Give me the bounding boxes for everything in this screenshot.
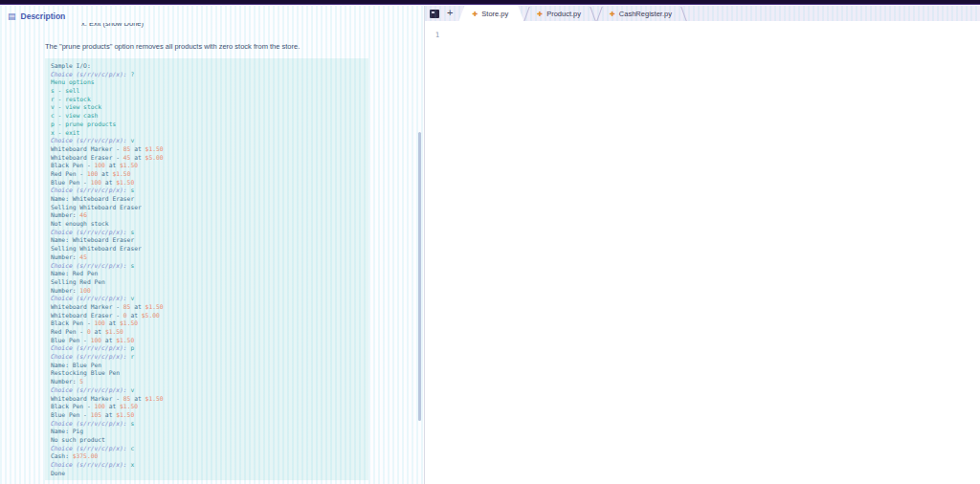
sample-io-line: r - restock xyxy=(51,96,363,104)
intro-paragraph: The "prune products" option removes all … xyxy=(45,42,370,51)
sample-io-line: Blue Pen - 100 at $1.50 xyxy=(51,179,363,187)
main-layout: ▤ Description x. Exit (show Done) The "p… xyxy=(0,6,980,484)
sample-io-line: Sample I/O: xyxy=(51,62,363,71)
sample-io-line: Selling Whiteboard Eraser xyxy=(51,204,363,212)
sample-io-block: Sample I/O:Choice (s/r/v/c/p/x): ?Menu o… xyxy=(45,58,368,480)
top-window-strip xyxy=(0,0,980,5)
sample-io-line: Blue Pen - 105 at $1.50 xyxy=(51,411,363,420)
line-number: 1 xyxy=(435,31,440,39)
sample-io-line: Selling Red Pen xyxy=(51,278,363,287)
python-file-icon: ✚ xyxy=(610,11,615,17)
sample-io-line: Whiteboard Marker - 85 at $1.50 xyxy=(51,303,363,312)
code-editor[interactable]: 1 xyxy=(425,21,980,484)
sample-io-line: Choice (s/r/v/c/p/x): s xyxy=(51,229,363,237)
description-icon: ▤ xyxy=(8,12,16,21)
sample-io-line: Choice (s/r/v/c/p/x): x xyxy=(51,461,363,470)
description-header: ▤ Description xyxy=(0,6,424,23)
sample-io-line: c - view cash xyxy=(51,112,363,121)
sample-io-line: Number: 45 xyxy=(51,253,363,262)
sample-io-line: Choice (s/r/v/c/p/x): s xyxy=(51,262,363,271)
code-area[interactable] xyxy=(450,21,980,484)
sample-io-line: Black Pen - 100 at $1.50 xyxy=(51,403,363,411)
sample-io-line: Number: 46 xyxy=(51,211,363,220)
line-number-gutter: 1 xyxy=(425,21,450,41)
console-toggle-icon[interactable] xyxy=(430,10,439,18)
sample-io-line: Choice (s/r/v/c/p/x): ? xyxy=(51,71,363,79)
clipped-list-item: x. Exit (show Done) xyxy=(81,23,424,28)
sample-io-line: Name: Blue Pen xyxy=(51,362,363,370)
sample-io-line: x - exit xyxy=(51,129,363,138)
sample-io-line: Choice (s/r/v/c/p/x): s xyxy=(51,420,363,429)
tab-store-py[interactable]: ✚ Store.py xyxy=(458,6,523,21)
sample-io-line: Cash: $375.00 xyxy=(51,452,363,461)
sample-io-line: Name: Whiteboard Eraser xyxy=(51,236,363,245)
sample-io-line: Choice (s/r/v/c/p/x): r xyxy=(51,353,363,362)
tab-label: Store.py xyxy=(481,10,508,18)
sample-io-line: Choice (s/r/v/c/p/x): v xyxy=(51,295,363,303)
tab-right-edge xyxy=(680,7,686,21)
python-file-icon: ✚ xyxy=(472,11,478,17)
sample-io-line: Menu options xyxy=(51,78,363,87)
sample-io-line: v - view stock xyxy=(51,103,363,112)
sample-io-line: Name: Whiteboard Eraser xyxy=(51,195,363,204)
sample-io-line: No such product xyxy=(51,436,363,445)
python-file-icon: ✚ xyxy=(537,11,543,17)
sample-io-line: Name: Red Pen xyxy=(51,270,363,278)
sample-io-line: Red Pen - 100 at $1.50 xyxy=(51,170,363,179)
sample-io-line: Blue Pen - 100 at $1.50 xyxy=(51,337,363,345)
sample-io-line: Name: Pig xyxy=(51,428,363,436)
scrolled-content-clip: x. Exit (show Done) xyxy=(81,23,424,32)
tab-right-edge xyxy=(590,7,595,21)
sample-io-line: Number: 5 xyxy=(51,378,363,386)
sample-io-line: Choice (s/r/v/c/p/x): v xyxy=(51,386,363,395)
sample-io-line: Selling Whiteboard Eraser xyxy=(51,245,363,253)
sample-io-line: Number: 100 xyxy=(51,287,363,296)
sample-io-line: Restocking Blue Pen xyxy=(51,369,363,378)
editor-panel: + ✚ Store.py ✚ Product.py ✚ CashRegister… xyxy=(425,6,980,484)
tab-label: Product.py xyxy=(546,10,581,18)
sample-io-line: s - sell xyxy=(51,87,363,96)
sample-io-line: Whiteboard Marker - 85 at $1.50 xyxy=(51,395,363,404)
sample-io-line: Choice (s/r/v/c/p/x): v xyxy=(51,137,363,145)
sample-io-line: Choice (s/r/v/c/p/x): c xyxy=(51,445,363,453)
sample-io-line: Whiteboard Marker - 85 at $1.50 xyxy=(51,145,363,154)
tab-left-edge xyxy=(524,7,530,21)
sample-io-line: Choice (s/r/v/c/p/x): p xyxy=(51,344,363,353)
sample-io-line: Not enough stock xyxy=(51,220,363,229)
sample-io-line: Done xyxy=(51,470,363,478)
sample-io-line: Whiteboard Eraser - 45 at $5.00 xyxy=(51,154,363,163)
sample-io-line: Choice (s/r/v/c/p/x): s xyxy=(51,187,363,195)
sample-io-line: Black Pen - 100 at $1.50 xyxy=(51,319,363,328)
tab-cashregister-py[interactable]: ✚ CashRegister.py xyxy=(596,6,687,21)
sample-io-line: p - prune products xyxy=(51,121,363,129)
sample-io-line: Black Pen - 100 at $1.50 xyxy=(51,162,363,170)
editor-tabbar: + ✚ Store.py ✚ Product.py ✚ CashRegister… xyxy=(425,6,980,21)
sample-io-line: Red Pen - 0 at $1.50 xyxy=(51,328,363,337)
tab-left-edge xyxy=(596,7,602,21)
description-title: Description xyxy=(21,11,66,21)
tab-product-py[interactable]: ✚ Product.py xyxy=(523,6,596,21)
sample-io-line: Whiteboard Eraser - 0 at $5.00 xyxy=(51,312,363,320)
new-tab-button[interactable]: + xyxy=(445,8,458,20)
description-scrollbar-thumb[interactable] xyxy=(418,132,421,421)
tab-label: CashRegister.py xyxy=(619,10,672,18)
description-panel: ▤ Description x. Exit (show Done) The "p… xyxy=(0,6,424,484)
